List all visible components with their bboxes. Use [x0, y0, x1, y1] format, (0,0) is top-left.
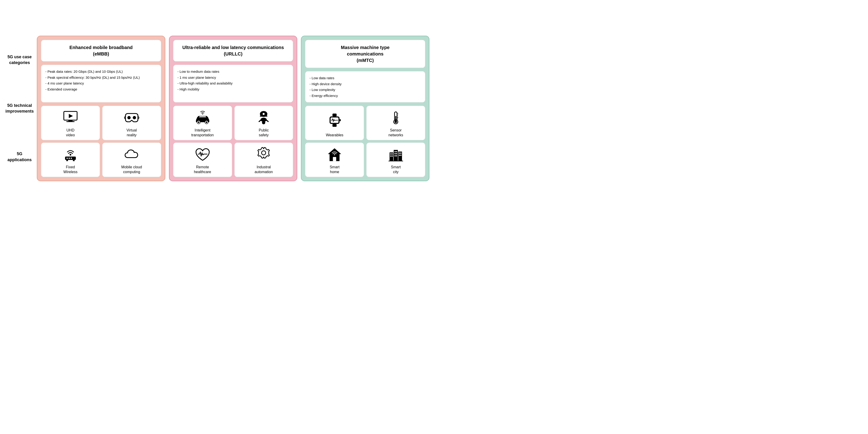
vr-icon	[123, 109, 140, 126]
app-fixed-wireless: FixedWireless	[41, 143, 100, 177]
svg-point-17	[206, 121, 207, 123]
label-smart-home: Smarthome	[330, 165, 340, 175]
app-healthcare: Remotehealthcare	[173, 143, 232, 177]
header-mmtc: Massive machine typecommunications(mMTC)	[305, 40, 425, 68]
columns-area: Enhanced mobile broadband(eMBB) Peak dat…	[37, 36, 429, 181]
label-cloud: Mobile cloudcomputing	[121, 165, 142, 175]
tech-mmtc: Low data rates High device density Low c…	[305, 71, 425, 102]
apps-mmtc: Wearables	[305, 106, 425, 177]
svg-rect-51	[390, 156, 392, 157]
svg-rect-49	[390, 154, 392, 155]
app-sensors: Sensornetworks	[366, 106, 425, 140]
apps-embb: UHDvideo Virtualreality	[41, 106, 161, 177]
svg-rect-3	[66, 121, 74, 122]
watch-icon	[326, 109, 343, 131]
label-wearables: Wearables	[326, 133, 343, 138]
svg-point-10	[71, 158, 72, 159]
wifi-router-icon	[62, 146, 79, 163]
svg-rect-52	[392, 156, 393, 157]
car-icon	[194, 109, 211, 126]
tech-urllc: Low to medium data rates 1 ms user plane…	[173, 65, 293, 102]
monitor-icon	[62, 109, 79, 126]
svg-rect-25	[333, 124, 337, 127]
column-embb: Enhanced mobile broadband(eMBB) Peak dat…	[37, 36, 165, 181]
app-smart-city: Smartcity	[366, 143, 425, 177]
label-sensors: Sensornetworks	[389, 128, 403, 138]
svg-rect-40	[394, 150, 398, 161]
svg-rect-28	[340, 119, 341, 121]
app-cloud: Mobile cloudcomputing	[102, 143, 161, 177]
label-vr: Virtualreality	[126, 128, 137, 138]
app-vr: Virtualreality	[102, 106, 161, 140]
svg-rect-24	[333, 114, 337, 117]
svg-rect-47	[395, 155, 396, 157]
city-icon	[388, 146, 404, 163]
app-transport: Intelligenttransportation	[173, 106, 232, 140]
svg-rect-54	[400, 153, 402, 154]
label-use-case: 5G use casecategories	[5, 54, 34, 66]
label-public-safety: Publicsafety	[259, 128, 269, 138]
app-smart-home: Smarthome	[305, 143, 364, 177]
label-technical: 5G technicalimprovements	[5, 103, 34, 114]
app-automation: Industralautomation	[235, 143, 293, 177]
svg-rect-48	[396, 155, 397, 157]
tech-embb: Peak data rates: 20 Gbps (DL) and 10 Gbp…	[41, 65, 161, 102]
svg-point-4	[127, 116, 130, 119]
svg-point-23	[261, 151, 266, 155]
header-urllc: Ultra-reliable and low latency communica…	[173, 40, 293, 61]
svg-point-32	[395, 121, 397, 123]
cloud-icon	[123, 146, 140, 163]
svg-point-22	[262, 121, 265, 124]
svg-rect-2	[68, 120, 72, 121]
svg-rect-44	[396, 151, 397, 152]
svg-rect-50	[392, 154, 393, 155]
svg-rect-43	[395, 151, 396, 152]
svg-rect-11	[66, 160, 68, 161]
svg-rect-41	[390, 152, 393, 161]
main-layout: 5G use casecategories 5G technicalimprov…	[5, 36, 429, 181]
svg-rect-55	[399, 155, 400, 156]
apps-urllc: Intelligenttransportation	[173, 106, 293, 177]
app-uhd-video: UHDvideo	[41, 106, 100, 140]
label-smart-city: Smartcity	[391, 165, 401, 175]
svg-rect-45	[395, 153, 396, 154]
label-uhd-video: UHDvideo	[66, 128, 75, 138]
app-wearables: Wearables	[305, 106, 364, 140]
svg-rect-12	[73, 160, 74, 161]
app-public-safety: Publicsafety	[235, 106, 293, 140]
svg-rect-38	[333, 157, 336, 161]
svg-point-5	[133, 116, 136, 119]
svg-rect-42	[398, 152, 402, 161]
label-fixed-wireless: FixedWireless	[63, 165, 78, 175]
svg-point-8	[66, 158, 68, 159]
heart-pulse-icon	[194, 146, 211, 163]
svg-rect-56	[400, 155, 402, 156]
label-applications: 5Gapplications	[5, 151, 34, 162]
thermometer-icon	[388, 109, 404, 126]
svg-rect-19	[260, 116, 267, 117]
svg-point-15	[198, 121, 199, 123]
svg-rect-46	[396, 153, 397, 154]
label-automation: Industralautomation	[255, 165, 273, 175]
svg-rect-53	[399, 153, 400, 154]
gear-icon	[255, 146, 272, 163]
column-mmtc: Massive machine typecommunications(mMTC)…	[301, 36, 429, 181]
shield-person-icon	[255, 109, 272, 126]
label-transport: Intelligenttransportation	[191, 128, 214, 138]
header-embb: Enhanced mobile broadband(eMBB)	[41, 40, 161, 61]
svg-rect-57	[389, 161, 403, 161]
row-labels: 5G use casecategories 5G technicalimprov…	[5, 36, 37, 181]
svg-point-13	[202, 114, 203, 115]
smart-home-icon	[326, 146, 343, 163]
svg-point-39	[334, 154, 335, 155]
svg-point-20	[263, 113, 265, 115]
column-urllc: Ultra-reliable and low latency communica…	[169, 36, 298, 181]
svg-point-6	[69, 154, 71, 156]
svg-point-9	[69, 158, 70, 159]
label-healthcare: Remotehealthcare	[194, 165, 211, 175]
svg-marker-1	[69, 114, 73, 118]
